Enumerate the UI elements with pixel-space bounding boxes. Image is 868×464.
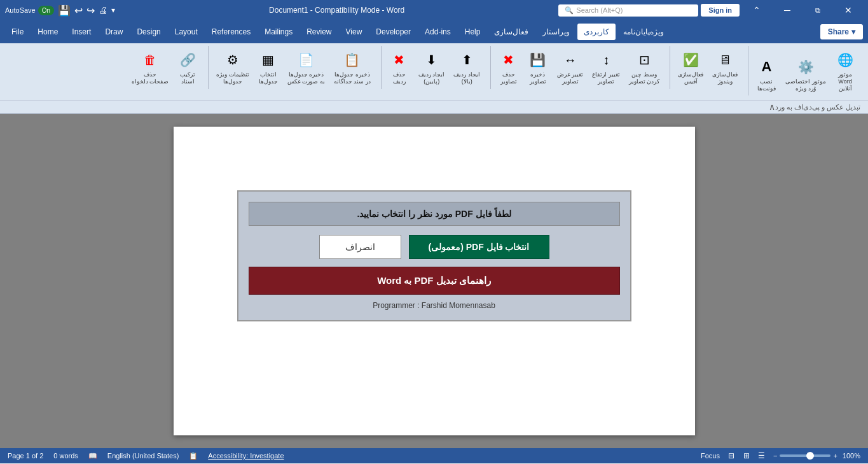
minimize-button[interactable]: ─ bbox=[773, 2, 802, 18]
delete-row-icon: ✖ bbox=[389, 50, 410, 70]
status-bar-right: Focus ⊟ ⊞ ☰ − + 100% bbox=[701, 450, 860, 461]
zoom-track[interactable] bbox=[780, 454, 830, 457]
share-button[interactable]: Share ▾ bbox=[820, 24, 863, 39]
menu-mailings[interactable]: Mailings bbox=[258, 24, 299, 40]
ribbon-collapse-button[interactable]: ∧ bbox=[769, 102, 775, 112]
menu-help[interactable]: Help bbox=[458, 24, 487, 40]
ribbon-icon-fealsazi-office[interactable]: ✅ فعال‌سازیآفیس bbox=[675, 48, 706, 87]
dialog-box: لطفاً فایل PDF مورد نظر را انتخاب نمایید… bbox=[237, 190, 631, 321]
proofread-icon: 📖 bbox=[88, 452, 97, 460]
autosave-state[interactable]: On bbox=[38, 6, 54, 15]
ribbon-icon-add-row-down[interactable]: ⬇ ایجاد ردیف(پایین) bbox=[416, 48, 448, 87]
table-settings-icon: ⚙ bbox=[223, 50, 243, 70]
search-placeholder: Search (Alt+Q) bbox=[576, 6, 623, 14]
menu-insert[interactable]: Insert bbox=[65, 24, 97, 40]
menu-references[interactable]: References bbox=[205, 24, 257, 40]
ribbon-fealsazi-icons: 🖥 فعال‌سازیویندوز ✅ فعال‌سازیآفیس bbox=[675, 48, 740, 87]
menu-karbordi[interactable]: کاربردی bbox=[577, 24, 616, 40]
change-width-icon: ↔ bbox=[560, 50, 581, 70]
share-dropdown-icon: ▾ bbox=[851, 27, 855, 36]
ribbon-icon-fealsazi-windows[interactable]: 🖥 فعال‌سازیویندوز bbox=[710, 48, 740, 87]
select-pdf-button[interactable]: انتخاب فایل PDF (معمولی) bbox=[409, 235, 549, 259]
menu-view[interactable]: View bbox=[340, 24, 369, 40]
view-icons: ⊟ ⊞ ☰ bbox=[725, 450, 768, 461]
ribbon-icon-delete-pages[interactable]: 🗑 حذفصفحات دلخواه bbox=[129, 48, 172, 87]
ribbon-icon-center-images[interactable]: ⊡ وسط چینکردن تصاویر bbox=[626, 48, 663, 87]
zoom-in-icon[interactable]: + bbox=[833, 452, 837, 460]
ribbon-group-tables: 📋 ذخیره جدول‌هادر سند جداگانه 📄 ذخیره جد… bbox=[208, 46, 378, 89]
menu-fealsazi[interactable]: فعال‌سازی bbox=[488, 24, 535, 40]
fealsazi-office-label: فعال‌سازیآفیس bbox=[678, 71, 703, 85]
sub-ribbon: تبدیل عکس و پی‌دی‌اف به ورد ∧ bbox=[0, 101, 868, 114]
title-bar-right: 🔍 Search (Alt+Q) Sign in ⌃ ─ ⧉ ✕ bbox=[558, 2, 863, 18]
change-height-label: تغییر ارتفاعتصاویر bbox=[592, 71, 620, 85]
zoom-thumb[interactable] bbox=[806, 452, 814, 460]
delete-images-icon: ✖ bbox=[499, 50, 519, 70]
language: English (United States) bbox=[107, 452, 179, 460]
undo-icon[interactable]: ↩ bbox=[74, 4, 83, 17]
restore-button[interactable]: ⧉ bbox=[803, 2, 832, 18]
menu-layout[interactable]: Layout bbox=[169, 24, 204, 40]
print-layout-icon[interactable]: ⊟ bbox=[725, 450, 738, 461]
ribbon-icon-delete-images[interactable]: ✖ حذفتصاویر bbox=[496, 48, 521, 87]
focus-label[interactable]: Focus bbox=[701, 452, 720, 460]
ribbon-icon-word-motor-online[interactable]: 🌐 موتورWordآنلاین bbox=[832, 48, 858, 93]
ribbon-icon-font-install[interactable]: A نصبفونت‌ها bbox=[754, 55, 779, 94]
font-install-label: نصبفونت‌ها bbox=[757, 78, 776, 92]
programmer-text: Programmer : Farshid Momennasab bbox=[249, 301, 620, 310]
close-button[interactable]: ✕ bbox=[834, 2, 863, 18]
ribbon-icon-add-row-up[interactable]: ⬆ ایجاد ردیف(بالا) bbox=[451, 48, 483, 87]
menu-draw[interactable]: Draw bbox=[99, 24, 129, 40]
search-icon: 🔍 bbox=[565, 6, 574, 15]
autosave-toggle[interactable]: AutoSave On bbox=[5, 6, 54, 15]
ribbon-icon-save-table-image[interactable]: 📄 ذخیره جدول‌هابه صورت عکس bbox=[285, 48, 327, 87]
select-tables-label: انتخابجدول‌ها bbox=[259, 71, 278, 85]
autosave-label: AutoSave bbox=[5, 6, 36, 14]
zoom-slider[interactable]: − + bbox=[773, 452, 837, 460]
ribbon-icon-delete-row[interactable]: ✖ حذفردیف bbox=[387, 48, 412, 87]
customize-icon[interactable]: ▾ bbox=[111, 6, 115, 15]
accessibility[interactable]: Accessibility: Investigate bbox=[208, 452, 284, 460]
document-area: لطفاً فایل PDF مورد نظر را انتخاب نمایید… bbox=[0, 114, 868, 448]
dialog-title: لطفاً فایل PDF مورد نظر را انتخاب نمایید… bbox=[249, 202, 620, 226]
ribbon-icon-save-table-separate[interactable]: 📋 ذخیره جدول‌هادر سند جداگانه bbox=[331, 48, 373, 87]
ribbon-images-icons: ⊡ وسط چینکردن تصاویر ↕ تغییر ارتفاعتصاوی… bbox=[496, 48, 663, 87]
menu-developer[interactable]: Developer bbox=[369, 24, 417, 40]
zoom-out-icon[interactable]: − bbox=[773, 452, 777, 460]
menu-virastor[interactable]: ویراستار bbox=[536, 24, 576, 40]
signin-button[interactable]: Sign in bbox=[701, 4, 740, 17]
title-bar-left: AutoSave On 💾 ↩ ↪ 🖨 ▾ bbox=[5, 4, 115, 17]
cancel-button[interactable]: انصراف bbox=[319, 235, 401, 259]
ribbon-icon-save-images[interactable]: 💾 ذخیرهتصاویر bbox=[525, 48, 551, 87]
ribbon-icon-select-tables[interactable]: ▦ انتخابجدول‌ها bbox=[256, 48, 281, 87]
page-info: Page 1 of 2 bbox=[8, 452, 43, 460]
menu-design[interactable]: Design bbox=[130, 24, 167, 40]
ribbon-icon-change-height[interactable]: ↕ تغییر ارتفاعتصاویر bbox=[589, 48, 623, 87]
zoom-percent[interactable]: 100% bbox=[843, 452, 860, 460]
print-icon[interactable]: 🖨 bbox=[99, 5, 107, 15]
save-icon[interactable]: 💾 bbox=[58, 4, 71, 17]
menu-file[interactable]: File bbox=[5, 24, 30, 40]
fealsazi-office-icon: ✅ bbox=[680, 50, 701, 70]
web-layout-icon[interactable]: ⊞ bbox=[740, 450, 753, 461]
guide-button[interactable]: راهنمای تبدیل PDF به Word bbox=[249, 267, 620, 295]
menu-review[interactable]: Review bbox=[300, 24, 338, 40]
ribbon-icon-change-width[interactable]: ↔ تغییر عرضتصاویر bbox=[555, 48, 586, 87]
ribbon-collapse-icon[interactable]: ⌃ bbox=[742, 2, 771, 18]
ribbon-icon-word-motor-special[interactable]: ⚙️ موتور اختصاصیوُرد ویژه bbox=[783, 55, 829, 94]
read-mode-icon[interactable]: ☰ bbox=[755, 450, 768, 461]
menu-home[interactable]: Home bbox=[31, 24, 64, 40]
add-row-up-label: ایجاد ردیف(بالا) bbox=[453, 71, 480, 85]
ribbon-group-icons: 🌐 موتورWordآنلاین ⚙️ موتور اختصاصیوُرد و… bbox=[754, 48, 858, 93]
center-images-icon: ⊡ bbox=[634, 50, 654, 70]
ribbon-icon-combine[interactable]: 🔗 ترکیباسناد bbox=[175, 48, 200, 87]
redo-icon[interactable]: ↪ bbox=[86, 4, 95, 17]
word-motor-special-label: موتور اختصاصیوُرد ویژه bbox=[785, 78, 826, 92]
menu-vijepayannameh[interactable]: ویژه‌پایان‌نامه bbox=[617, 24, 670, 40]
save-images-label: ذخیرهتصاویر bbox=[530, 71, 546, 85]
delete-pages-icon: 🗑 bbox=[140, 50, 160, 70]
ribbon-icon-table-settings[interactable]: ⚙ تنظیمات ویژهجدول‌ها bbox=[214, 48, 252, 87]
menu-addins[interactable]: Add-ins bbox=[418, 24, 457, 40]
title-bar-center: Document1 - Compatibility Mode - Word bbox=[269, 6, 404, 15]
search-box[interactable]: 🔍 Search (Alt+Q) bbox=[558, 4, 698, 17]
